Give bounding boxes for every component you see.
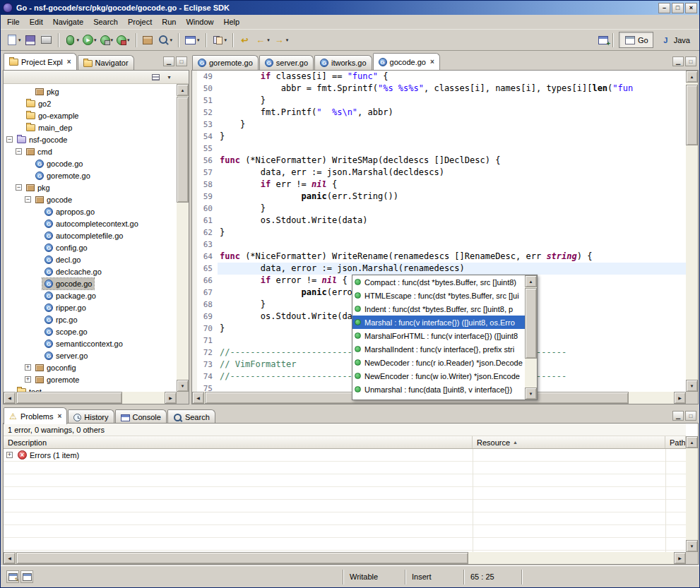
- tree-node[interactable]: goremote: [33, 374, 81, 385]
- close-icon[interactable]: ×: [57, 412, 61, 420]
- scroll-left-icon[interactable]: ◀: [192, 392, 204, 404]
- autocomplete-item[interactable]: Indent : func(dst *bytes.Buffer, src []u…: [352, 302, 525, 316]
- minimize-view-icon[interactable]: ▁: [672, 56, 684, 66]
- minimize-window-button[interactable]: –: [658, 3, 670, 13]
- code-line[interactable]: 54}: [192, 131, 686, 143]
- scroll-right-icon[interactable]: ▶: [165, 392, 177, 404]
- tree-node[interactable]: goremote.go: [33, 170, 93, 181]
- tree-node[interactable]: gocode: [33, 194, 74, 205]
- fast-view-icon[interactable]: [6, 570, 19, 583]
- explorer-horizontal-scrollbar[interactable]: ◀ ▶: [4, 392, 177, 404]
- code-line[interactable]: 63: [192, 239, 686, 251]
- new-package-button[interactable]: [141, 32, 155, 48]
- tree-item-ripper-go[interactable]: ripper.go: [4, 301, 177, 313]
- tree-item-test[interactable]: test: [4, 385, 177, 392]
- tree-item-nsf-gocode[interactable]: −nsf-gocode: [4, 133, 177, 145]
- tree-item-apropos-go[interactable]: apropos.go: [4, 205, 177, 217]
- tab-project-expl[interactable]: Project Expl×: [4, 53, 77, 70]
- menu-item-search[interactable]: Search: [88, 16, 123, 28]
- close-icon[interactable]: ×: [67, 58, 71, 66]
- tab-gocode-go[interactable]: gocode.go×: [373, 53, 440, 70]
- autocomplete-item[interactable]: MarshalIndent : func(v interface{}, pref…: [352, 342, 525, 356]
- tree-item-pkg[interactable]: −pkg: [4, 181, 177, 193]
- scrollbar-thumb[interactable]: [525, 288, 537, 359]
- tree-node[interactable]: go2: [24, 98, 53, 109]
- code-line[interactable]: 59 panic(err.String()): [192, 191, 686, 203]
- scrollbar-thumb[interactable]: [177, 97, 189, 203]
- tree-node[interactable]: ripper.go: [42, 302, 88, 313]
- new-button[interactable]: ▾: [4, 32, 23, 48]
- scroll-left-icon[interactable]: ◀: [4, 392, 16, 404]
- tree-item-gocode[interactable]: −gocode: [4, 193, 177, 205]
- tab-navigator[interactable]: Navigator: [78, 55, 134, 70]
- scroll-up-icon[interactable]: ▲: [686, 71, 698, 83]
- tree-node[interactable]: cmd: [24, 146, 54, 157]
- tree-node[interactable]: pkg: [33, 86, 61, 97]
- tree-item-config-go[interactable]: config.go: [4, 241, 177, 253]
- code-line[interactable]: 60 }: [192, 203, 686, 215]
- expand-toggle-icon[interactable]: +: [6, 452, 13, 458]
- scroll-right-icon[interactable]: ▶: [674, 552, 686, 564]
- tree-item-autocompletecontext-go[interactable]: autocompletecontext.go: [4, 217, 177, 229]
- tree-item-package-go[interactable]: package.go: [4, 289, 177, 301]
- code-line[interactable]: 61 os.Stdout.Write(data): [192, 215, 686, 227]
- code-line[interactable]: 55: [192, 143, 686, 155]
- tree-node[interactable]: server.go: [42, 350, 90, 361]
- tree-item-gocode-go[interactable]: gocode.go: [4, 277, 177, 289]
- autocomplete-item[interactable]: Marshal : func(v interface{}) ([]uint8, …: [352, 316, 525, 329]
- code-line[interactable]: 56func (*NiceFormatter) WriteSMap(declde…: [192, 155, 686, 167]
- tree-toggle-icon[interactable]: −: [6, 136, 13, 143]
- menu-item-edit[interactable]: Edit: [25, 16, 48, 28]
- last-edit-location-button[interactable]: [237, 32, 252, 48]
- close-icon[interactable]: ×: [430, 58, 434, 66]
- tab-search[interactable]: Search: [167, 409, 215, 424]
- tree-node[interactable]: declcache.go: [42, 266, 104, 277]
- tree-item-goremote-go[interactable]: goremote.go: [4, 169, 177, 181]
- minimize-view-icon[interactable]: ▁: [672, 411, 684, 421]
- tree-item-go-example[interactable]: go-example: [4, 109, 177, 121]
- code-line[interactable]: 53 }: [192, 119, 686, 131]
- maximize-window-button[interactable]: □: [672, 3, 684, 13]
- tree-node[interactable]: config.go: [42, 242, 90, 253]
- tree-toggle-icon[interactable]: −: [25, 196, 31, 203]
- tree-item-declcache-go[interactable]: declcache.go: [4, 265, 177, 277]
- menu-item-project[interactable]: Project: [123, 16, 157, 28]
- scroll-up-icon[interactable]: ▲: [525, 275, 537, 287]
- tree-node[interactable]: rpc.go: [42, 314, 80, 325]
- autocomplete-item[interactable]: NewEncoder : func(w io.Writer) *json.Enc…: [352, 369, 525, 383]
- autocomplete-item[interactable]: NewDecoder : func(r io.Reader) *json.Dec…: [352, 356, 525, 369]
- editor-vertical-scrollbar[interactable]: ▲ ▼: [686, 71, 698, 392]
- tab-server-go[interactable]: server.go: [259, 55, 314, 70]
- tree-toggle-icon[interactable]: −: [16, 148, 22, 155]
- scroll-down-icon[interactable]: ▼: [686, 540, 698, 552]
- forward-button[interactable]: ▾: [272, 32, 290, 48]
- code-line[interactable]: 52 fmt.Printf(" %s\n", abbr): [192, 107, 686, 119]
- autocomplete-item[interactable]: Unmarshal : func(data []uint8, v interfa…: [352, 383, 525, 396]
- tree-node[interactable]: package.go: [42, 290, 98, 301]
- view-menu-icon[interactable]: ▾: [164, 73, 174, 82]
- code-line[interactable]: 62}: [192, 227, 686, 239]
- tab-history[interactable]: History: [68, 409, 114, 424]
- close-window-button[interactable]: ×: [685, 3, 697, 13]
- tree-node[interactable]: goconfig: [33, 362, 78, 373]
- back-button[interactable]: ▾: [253, 32, 271, 48]
- tree-toggle-icon[interactable]: +: [25, 376, 31, 383]
- tab-console[interactable]: Console: [115, 409, 167, 424]
- problems-horizontal-scrollbar[interactable]: ◀ ▶: [4, 552, 686, 564]
- save-button[interactable]: [23, 32, 38, 48]
- code-line[interactable]: 50 abbr = fmt.Sprintf("%s %s%s", classes…: [192, 83, 686, 95]
- code-line[interactable]: 57 data, err := json.Marshal(decldescs): [192, 167, 686, 179]
- menu-item-navigate[interactable]: Navigate: [48, 16, 88, 28]
- tree-node[interactable]: test: [15, 386, 44, 392]
- open-console-button[interactable]: ▾: [183, 32, 201, 48]
- collapse-all-icon[interactable]: [150, 73, 161, 82]
- scroll-up-icon[interactable]: ▲: [686, 436, 698, 448]
- column-header-resource[interactable]: Resource▲: [473, 436, 665, 448]
- tree-item-pkg[interactable]: pkg: [4, 85, 177, 97]
- tree-node[interactable]: autocompletecontext.go: [42, 218, 141, 229]
- go-perspective-button[interactable]: Go: [619, 32, 653, 48]
- menu-item-help[interactable]: Help: [219, 16, 245, 28]
- tree-item-decl-go[interactable]: decl.go: [4, 253, 177, 265]
- tree-item-go2[interactable]: go2: [4, 97, 177, 109]
- tree-item-scope-go[interactable]: scope.go: [4, 325, 177, 337]
